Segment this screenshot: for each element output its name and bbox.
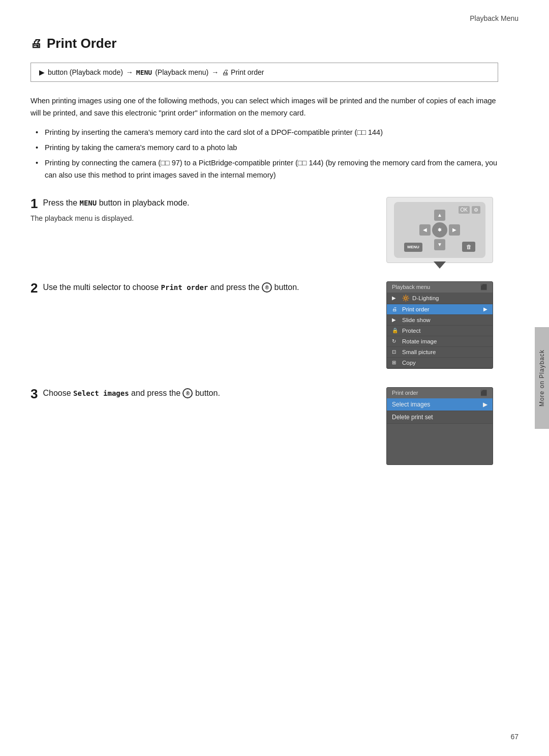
- print-title-icon: 🖨: [30, 37, 42, 50]
- dlighting-icon: ▶: [392, 295, 399, 301]
- print-menu-select-images: Select images ▶: [387, 398, 493, 411]
- print-icon-nav: 🖨 Print order: [222, 68, 264, 76]
- bullet-item-3: Printing by connecting the camera (□□ 97…: [36, 157, 498, 182]
- page-number: 67: [510, 733, 518, 741]
- dpad-left: ◀: [419, 224, 431, 236]
- menu-title: Playback menu: [392, 284, 430, 290]
- print-menu-body: [387, 424, 493, 464]
- ok-button-icon2: ®: [182, 388, 193, 398]
- print-menu-header: Print order ⬛: [387, 388, 493, 398]
- menu-item-printorder: 🖨 Print order ▶: [387, 304, 493, 315]
- printorder-arrow: ▶: [483, 306, 487, 312]
- step-1-number: 1: [30, 197, 38, 210]
- cam-icon2: ⚙: [472, 206, 480, 214]
- step-2-image: Playback menu ⬛ ▶ 🔆 D-Lighting 🖨 Print o…: [386, 281, 498, 369]
- select-images-text: Select images: [392, 401, 430, 408]
- side-tab: More on Playback: [535, 327, 549, 429]
- step-3-title: 3 Choose Select images and press the ® b…: [30, 387, 376, 400]
- slideshow-text: Slide show: [402, 317, 431, 323]
- step-2-title: 2 Use the multi selector to choose Print…: [30, 281, 376, 295]
- nav-instruction-box: ▶ button (Playback mode) → MENU (Playbac…: [30, 63, 498, 82]
- step-1-left: 1 Press the MENU button in playback mode…: [30, 197, 376, 263]
- bullet-item-2: Printing by taking the camera's memory c…: [36, 142, 498, 154]
- delete-print-set-text: Delete print set: [392, 414, 433, 421]
- small-icon: ⊡: [392, 349, 399, 355]
- step-1-subtitle: The playback menu is displayed.: [30, 214, 376, 222]
- arrow1: →: [126, 68, 133, 76]
- copy-icon: ⊞: [392, 360, 399, 365]
- top-icons: OK ⚙: [459, 206, 480, 214]
- print-order-menu-mockup: Print order ⬛ Select images ▶ Delete pri…: [386, 387, 493, 465]
- rotate-text: Rotate image: [402, 338, 437, 344]
- header-title: Playback Menu: [470, 14, 518, 22]
- menu-item-small: ⊡ Small picture: [387, 347, 493, 358]
- trash-button: 🗑: [462, 242, 475, 252]
- camera-controls: OK ⚙ ▲ ▼ ◀ ▶ ✱ MENU 🗑: [394, 202, 485, 258]
- menu-item-dlighting: ▶ 🔆 D-Lighting: [387, 293, 493, 304]
- step-2-number: 2: [30, 281, 38, 295]
- nav-text: button (Playback mode): [48, 68, 123, 76]
- bullet-item-1: Printing by inserting the camera's memor…: [36, 127, 498, 139]
- step-1-section: 1 Press the MENU button in playback mode…: [30, 197, 498, 263]
- menu-header-icon: ⬛: [480, 284, 487, 290]
- select-images-keyword: Select images: [73, 389, 129, 397]
- menu-header: Playback menu ⬛: [387, 282, 493, 293]
- slideshow-icon: ▶: [392, 317, 399, 323]
- protect-icon: 🔒: [392, 328, 399, 333]
- select-images-arrow: ▶: [483, 401, 487, 408]
- step-3-section: 3 Choose Select images and press the ® b…: [30, 387, 498, 465]
- print-order-keyword: Print order: [161, 283, 208, 292]
- ok-button-icon: ®: [262, 282, 272, 293]
- page-header: Playback Menu: [470, 14, 518, 22]
- step-3-number: 3: [30, 387, 38, 400]
- nav-text2: (Playback menu): [155, 68, 208, 76]
- printorder-icon: 🖨: [392, 306, 399, 312]
- rotate-icon: ↻: [392, 338, 399, 344]
- menu-item-slideshow: ▶ Slide show: [387, 315, 493, 326]
- dpad-up: ▲: [434, 210, 445, 221]
- dpad: ▲ ▼ ◀ ▶ ✱: [419, 210, 460, 250]
- dpad-right: ▶: [449, 224, 460, 236]
- dlighting-label: 🔆: [402, 295, 409, 302]
- copy-text: Copy: [402, 360, 416, 366]
- playback-icon: ▶: [39, 68, 45, 76]
- main-content: 🖨 Print Order ▶ button (Playback mode) →…: [30, 36, 498, 725]
- print-menu-header-icon: ⬛: [480, 390, 487, 396]
- bullet-list: Printing by inserting the camera's memor…: [30, 127, 498, 182]
- menu-item-rotate: ↻ Rotate image: [387, 336, 493, 347]
- protect-text: Protect: [402, 328, 420, 334]
- arrow-indicator: [434, 261, 446, 269]
- arrow2: →: [211, 68, 219, 76]
- step-2-section: 2 Use the multi selector to choose Print…: [30, 281, 498, 369]
- playback-menu-mockup: Playback menu ⬛ ▶ 🔆 D-Lighting 🖨 Print o…: [386, 281, 493, 369]
- dpad-down: ▼: [434, 239, 445, 250]
- dlighting-text: D-Lighting: [412, 295, 439, 301]
- side-tab-label: More on Playback: [538, 350, 545, 406]
- step-1-image: OK ⚙ ▲ ▼ ◀ ▶ ✱ MENU 🗑: [386, 197, 498, 263]
- title-text: Print Order: [47, 36, 116, 51]
- printorder-text: Print order: [402, 306, 430, 312]
- page-title: 🖨 Print Order: [30, 36, 498, 51]
- menu-label: MENU: [136, 69, 152, 76]
- step-1-title: 1 Press the MENU button in playback mode…: [30, 197, 376, 210]
- menu-keyword: MENU: [80, 199, 97, 207]
- step-3-image: Print order ⬛ Select images ▶ Delete pri…: [386, 387, 498, 465]
- step-3-left: 3 Choose Select images and press the ® b…: [30, 387, 376, 465]
- menu-item-protect: 🔒 Protect: [387, 326, 493, 336]
- step-2-left: 2 Use the multi selector to choose Print…: [30, 281, 376, 369]
- small-text: Small picture: [402, 349, 436, 355]
- print-menu-delete-set: Delete print set: [387, 411, 493, 424]
- dpad-center: ✱: [432, 222, 447, 238]
- menu-item-copy: ⊞ Copy: [387, 358, 493, 368]
- camera-control-image: OK ⚙ ▲ ▼ ◀ ▶ ✱ MENU 🗑: [386, 197, 493, 263]
- menu-button: MENU: [404, 243, 422, 252]
- print-menu-title: Print order: [392, 390, 418, 396]
- intro-paragraph: When printing images using one of the fo…: [30, 95, 498, 120]
